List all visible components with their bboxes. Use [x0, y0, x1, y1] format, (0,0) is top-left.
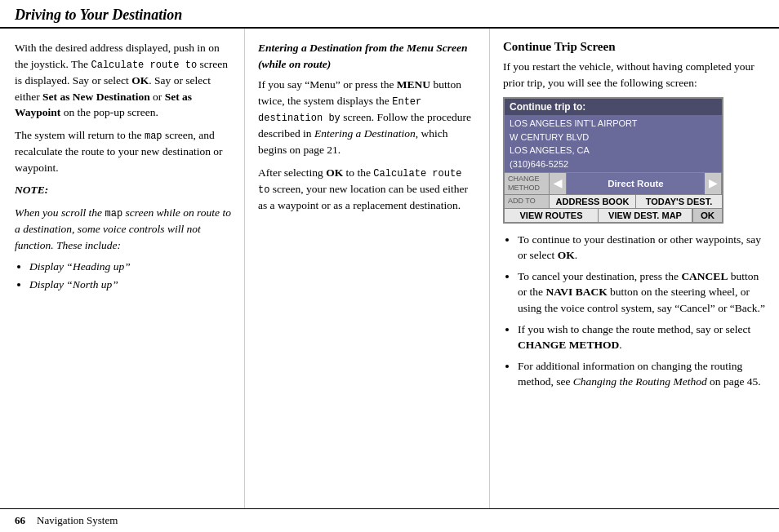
right-heading: Continue Trip Screen	[503, 40, 768, 54]
page-wrapper: Driving to Your Destination With the des…	[0, 0, 779, 532]
right-bullet-4: For additional information on changing t…	[518, 358, 768, 390]
bullet-item-1: Display “Heading up”	[29, 259, 231, 275]
nav-screen: Continue trip to: LOS ANGELES INT’L AIRP…	[503, 97, 723, 224]
col-right: Continue Trip Screen If you restart the …	[490, 29, 779, 508]
add-to-cell[interactable]: ADD TO	[505, 195, 550, 208]
right-bullet-2: To cancel your destination, press the CA…	[518, 268, 768, 317]
right-intro: If you restart the vehicle, without havi…	[503, 59, 768, 91]
right-bullet-3: If you wish to change the route method, …	[518, 321, 768, 353]
page-title-text: Driving to Your Destination	[15, 7, 182, 23]
col-left: With the desired address displayed, push…	[0, 29, 245, 508]
page-title: Driving to Your Destination	[0, 0, 779, 29]
mid-para2: After selecting OK to the Calculate rout…	[258, 165, 476, 214]
screen-row-2: ADD TO Address Book Today's Dest.	[505, 194, 722, 208]
mid-heading: Entering a Destination from the Menu Scr…	[258, 40, 476, 72]
screen-row-3: View Routes View Dest. Map OK	[505, 208, 722, 222]
screen-title: Continue trip to:	[505, 99, 722, 115]
bullet-item-2: Display “North up”	[29, 277, 231, 293]
direct-route-cell[interactable]: Direct Route	[567, 173, 705, 194]
right-bullet-1: To continue to your destination or other…	[518, 232, 768, 264]
note-body: When you scroll the map screen while on …	[15, 205, 231, 254]
change-method-cell[interactable]: CHANGE METHOD	[505, 173, 550, 194]
note-label: NOTE:	[15, 182, 231, 198]
address-book-cell[interactable]: Address Book	[550, 195, 636, 208]
footer-system-name: Navigation System	[37, 514, 118, 527]
left-para1: With the desired address displayed, push…	[15, 40, 231, 121]
left-para2: The system will return to the map screen…	[15, 127, 231, 176]
footer-page-number: 66	[15, 514, 25, 527]
content-area: With the desired address displayed, push…	[0, 29, 779, 508]
view-routes-cell[interactable]: View Routes	[505, 209, 599, 222]
todays-dest-cell[interactable]: Today's Dest.	[636, 195, 722, 208]
page-footer: 66 Navigation System	[0, 508, 779, 532]
col-mid: Entering a Destination from the Menu Scr…	[245, 29, 490, 508]
ok-cell[interactable]: OK	[692, 209, 722, 222]
arrow-left-cell[interactable]: ◀	[550, 173, 567, 194]
screen-dest: LOS ANGELES INT’L AIRPORT W CENTURY BLVD…	[505, 115, 722, 172]
arrow-right-cell[interactable]: ▶	[705, 173, 722, 194]
view-dest-map-cell[interactable]: View Dest. Map	[599, 209, 692, 222]
mid-para1: If you say “Menu” or press the MENU butt…	[258, 77, 476, 157]
right-bullet-list: To continue to your destination or other…	[518, 232, 768, 390]
screen-row-1: CHANGE METHOD ◀ Direct Route ▶	[505, 172, 722, 194]
bullet-list: Display “Heading up” Display “North up”	[29, 259, 231, 293]
